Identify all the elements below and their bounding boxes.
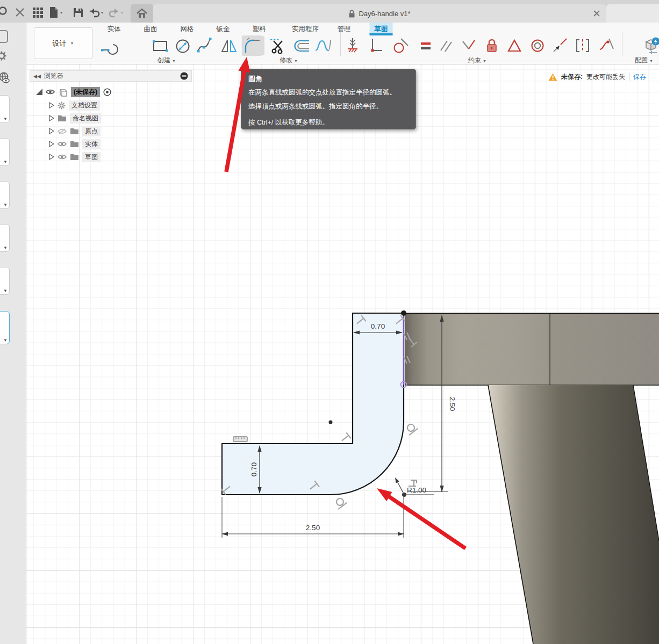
parallel-constraint-icon[interactable] <box>436 35 456 56</box>
line-tool-icon[interactable] <box>99 35 119 56</box>
document-close-icon[interactable] <box>592 9 601 18</box>
save-icon[interactable] <box>71 5 85 19</box>
close-panel-icon[interactable] <box>13 5 27 19</box>
curvature-constraint-icon[interactable] <box>596 35 617 56</box>
browser-item-label[interactable]: 草图 <box>82 152 101 162</box>
trim-tool-icon[interactable] <box>268 35 288 56</box>
dock-panel-4[interactable]: ▼ <box>0 224 10 252</box>
group-constraints[interactable]: 约束▼ <box>468 56 486 65</box>
tab-sketch[interactable]: 草图 <box>370 23 393 35</box>
root-expander-icon[interactable] <box>36 89 42 95</box>
home-icon <box>136 8 148 19</box>
browser-item-label[interactable]: 原点 <box>82 126 101 136</box>
spline-tool-icon[interactable] <box>195 35 216 56</box>
expander-icon[interactable] <box>49 102 54 108</box>
activate-radio-icon[interactable] <box>103 88 111 96</box>
home-tab[interactable] <box>131 4 153 23</box>
workspace-selector[interactable]: 设计 ▼ <box>34 27 92 59</box>
symmetry-constraint-icon[interactable] <box>572 35 593 56</box>
tab-manage[interactable]: 管理 <box>333 23 356 35</box>
tab-plastic[interactable]: 塑料 <box>248 23 271 35</box>
expander-icon[interactable] <box>49 154 54 160</box>
tab-surface[interactable]: 曲面 <box>139 23 162 35</box>
eye-off-icon[interactable] <box>58 128 67 135</box>
circle-tool-icon[interactable] <box>173 35 193 56</box>
eye-icon[interactable] <box>46 89 55 95</box>
folder-icon <box>58 114 67 122</box>
mirror-tool-icon[interactable] <box>219 35 239 56</box>
save-link[interactable]: 保存 <box>633 73 646 82</box>
dock-panel-2[interactable]: ▼ <box>0 138 10 166</box>
tab-solid[interactable]: 实体 <box>103 23 126 35</box>
dock-panel-caret-icon[interactable]: ▼ <box>3 117 8 121</box>
dock-panel-caret-icon[interactable]: ▼ <box>3 288 8 293</box>
tooltip-line-2: 选择顶点或两条线或圆弧。指定圆角的半径。 <box>248 102 409 111</box>
dock-panel-caret-icon[interactable]: ▼ <box>3 160 8 164</box>
tooltip-line-3: 按 Ctrl+/ 以获取更多帮助。 <box>248 118 409 127</box>
component-cube-icon[interactable] <box>58 88 68 97</box>
dock-panel-caret-icon[interactable]: ▼ <box>3 338 8 343</box>
browser-item-label[interactable]: 文档设置 <box>69 100 100 111</box>
offset-tool-icon[interactable] <box>291 35 311 56</box>
browser-panel: ◀◀ 浏览器 (未保存) 文档设置 命名视图 原点 <box>30 70 192 82</box>
browser-row-doc-settings[interactable]: 文档设置 <box>49 100 100 111</box>
horizontal-vertical-constraint-icon[interactable] <box>342 35 363 56</box>
globe-visibility-icon[interactable] <box>0 72 11 84</box>
dock-panel-3[interactable]: ▼ <box>0 181 10 209</box>
settings-gear-icon <box>58 102 66 110</box>
search-icon[interactable] <box>0 5 9 19</box>
fillet-tool-icon[interactable] <box>242 35 262 56</box>
configure-cube-icon[interactable] <box>642 35 659 56</box>
app-grid-icon[interactable] <box>31 5 45 19</box>
expander-icon[interactable] <box>49 141 54 147</box>
collapse-browser-icon[interactable]: ◀◀ <box>33 74 41 79</box>
tab-utilities[interactable]: 实用程序 <box>287 23 324 35</box>
browser-row-bodies[interactable]: 实体 <box>49 139 101 149</box>
tab-mesh[interactable]: 网格 <box>176 23 199 35</box>
document-tab[interactable]: Day6-handle v1* <box>153 4 606 23</box>
tooltip-title: 圆角 <box>248 74 409 84</box>
tabbar-empty-area <box>606 4 659 23</box>
dock-panel-1[interactable]: ▼ <box>0 95 10 123</box>
folder-icon <box>70 140 79 148</box>
gear-icon[interactable] <box>0 50 8 61</box>
file-menu-caret[interactable]: ▼ <box>58 5 65 19</box>
clipped-square-icon[interactable] <box>0 30 9 44</box>
sketch-canvas[interactable] <box>26 64 659 644</box>
titlebar: ▼ ▼ ▼ Day6-handle v1* <box>0 0 659 23</box>
concentric-constraint-icon[interactable] <box>527 35 548 56</box>
undo-caret[interactable]: ▼ <box>99 5 105 19</box>
dock-panel-5[interactable]: ▼ <box>0 267 10 295</box>
dock-panel-caret-icon[interactable]: ▼ <box>3 245 8 250</box>
tangent-constraint-icon[interactable] <box>391 35 411 56</box>
browser-header[interactable]: ◀◀ 浏览器 <box>30 70 192 82</box>
root-document-label[interactable]: (未保存) <box>71 87 100 97</box>
dock-panel-caret-icon[interactable]: ▼ <box>3 202 8 207</box>
rectangle-tool-icon[interactable] <box>150 35 170 56</box>
browser-row-named-views[interactable]: 命名视图 <box>49 113 101 124</box>
equal-constraint-icon[interactable] <box>416 35 436 56</box>
browser-row-sketches[interactable]: 草图 <box>49 151 101 162</box>
browser-item-label[interactable]: 命名视图 <box>70 113 101 124</box>
coincident-constraint-icon[interactable] <box>366 35 386 56</box>
eye-icon[interactable] <box>58 154 67 160</box>
browser-item-label[interactable]: 实体 <box>82 139 101 149</box>
browser-root-row[interactable]: (未保存) <box>36 86 111 97</box>
group-modify[interactable]: 修改▼ <box>280 56 298 65</box>
perpendicular-constraint-icon[interactable] <box>459 35 479 56</box>
expander-icon[interactable] <box>49 115 54 121</box>
group-configure[interactable]: 配置▼ <box>635 56 653 65</box>
fit-curve-tool-icon[interactable] <box>313 35 333 56</box>
browser-row-origin[interactable]: 原点 <box>49 126 101 136</box>
dock-panel-6-selected[interactable]: ▼ <box>0 311 10 344</box>
eye-icon[interactable] <box>58 141 67 147</box>
configure-caret-icon: ▼ <box>649 59 653 63</box>
group-create[interactable]: 创建▼ <box>157 56 176 65</box>
redo-caret[interactable]: ▼ <box>119 5 125 19</box>
browser-minimize-icon[interactable] <box>180 72 188 80</box>
fix-constraint-icon[interactable] <box>504 35 525 56</box>
collinear-constraint-icon[interactable] <box>550 35 570 56</box>
tab-sheetmetal[interactable]: 钣金 <box>212 23 235 35</box>
expander-icon[interactable] <box>49 128 54 134</box>
lock-constraint-icon[interactable] <box>482 35 502 56</box>
